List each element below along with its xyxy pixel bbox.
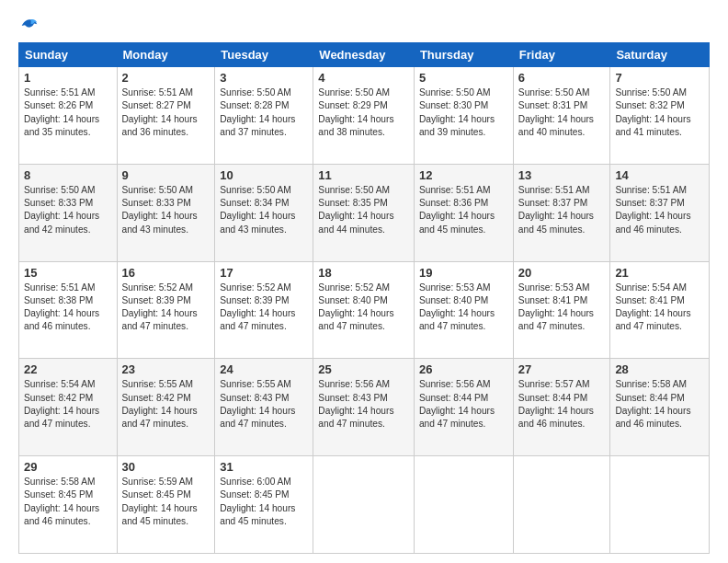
- day-info: Sunrise: 5:56 AMSunset: 8:44 PMDaylight:…: [419, 379, 495, 429]
- day-number: 16: [122, 266, 210, 280]
- calendar-day-cell: 27 Sunrise: 5:57 AMSunset: 8:44 PMDaylig…: [513, 359, 610, 456]
- day-number: 12: [419, 168, 508, 182]
- calendar-day-cell: 17 Sunrise: 5:52 AMSunset: 8:39 PMDaylig…: [215, 261, 313, 359]
- logo-bird-icon: [20, 17, 39, 35]
- page: SundayMondayTuesdayWednesdayThursdayFrid…: [0, 0, 728, 563]
- day-info: Sunrise: 5:50 AMSunset: 8:31 PMDaylight:…: [518, 87, 594, 137]
- header-row: SundayMondayTuesdayWednesdayThursdayFrid…: [19, 43, 710, 67]
- day-info: Sunrise: 5:58 AMSunset: 8:45 PMDaylight:…: [24, 477, 99, 526]
- day-number: 14: [615, 168, 704, 182]
- calendar-day-cell: 16 Sunrise: 5:52 AMSunset: 8:39 PMDaylig…: [117, 261, 215, 359]
- day-info: Sunrise: 5:53 AMSunset: 8:40 PMDaylight:…: [419, 282, 495, 332]
- day-info: Sunrise: 5:54 AMSunset: 8:42 PMDaylight:…: [24, 379, 99, 429]
- day-info: Sunrise: 5:53 AMSunset: 8:41 PMDaylight:…: [518, 282, 594, 332]
- day-number: 28: [615, 362, 704, 376]
- day-number: 3: [220, 71, 308, 85]
- day-number: 17: [220, 266, 308, 280]
- calendar-day-cell: 9 Sunrise: 5:50 AMSunset: 8:33 PMDayligh…: [117, 164, 215, 261]
- calendar-day-cell: 4 Sunrise: 5:50 AMSunset: 8:29 PMDayligh…: [313, 67, 415, 165]
- day-of-week-header: Friday: [513, 43, 610, 67]
- day-number: 22: [24, 362, 112, 376]
- calendar-day-cell: 14 Sunrise: 5:51 AMSunset: 8:37 PMDaylig…: [610, 164, 710, 261]
- calendar-week-row: 8 Sunrise: 5:50 AMSunset: 8:33 PMDayligh…: [19, 164, 710, 261]
- day-number: 26: [419, 362, 508, 376]
- calendar-day-cell: [513, 456, 610, 554]
- day-info: Sunrise: 5:59 AMSunset: 8:45 PMDaylight:…: [122, 477, 198, 526]
- calendar-day-cell: 5 Sunrise: 5:50 AMSunset: 8:30 PMDayligh…: [414, 67, 513, 165]
- day-info: Sunrise: 5:51 AMSunset: 8:37 PMDaylight:…: [615, 185, 690, 235]
- calendar-day-cell: 31 Sunrise: 6:00 AMSunset: 8:45 PMDaylig…: [215, 456, 313, 554]
- day-of-week-header: Tuesday: [215, 43, 313, 67]
- calendar-day-cell: 24 Sunrise: 5:55 AMSunset: 8:43 PMDaylig…: [215, 359, 313, 456]
- calendar-day-cell: 7 Sunrise: 5:50 AMSunset: 8:32 PMDayligh…: [610, 67, 710, 165]
- calendar-day-cell: 2 Sunrise: 5:51 AMSunset: 8:27 PMDayligh…: [117, 67, 215, 165]
- day-info: Sunrise: 5:50 AMSunset: 8:33 PMDaylight:…: [24, 185, 99, 235]
- day-number: 2: [122, 71, 210, 85]
- day-info: Sunrise: 5:51 AMSunset: 8:38 PMDaylight:…: [24, 282, 99, 332]
- day-number: 25: [318, 362, 409, 376]
- day-number: 31: [220, 460, 308, 474]
- calendar-day-cell: 30 Sunrise: 5:59 AMSunset: 8:45 PMDaylig…: [117, 456, 215, 554]
- calendar-day-cell: 21 Sunrise: 5:54 AMSunset: 8:41 PMDaylig…: [610, 261, 710, 359]
- calendar-day-cell: [313, 456, 415, 554]
- calendar-day-cell: 8 Sunrise: 5:50 AMSunset: 8:33 PMDayligh…: [19, 164, 118, 261]
- calendar-day-cell: 12 Sunrise: 5:51 AMSunset: 8:36 PMDaylig…: [414, 164, 513, 261]
- day-info: Sunrise: 5:52 AMSunset: 8:39 PMDaylight:…: [220, 282, 295, 332]
- calendar-week-row: 29 Sunrise: 5:58 AMSunset: 8:45 PMDaylig…: [19, 456, 710, 554]
- day-number: 9: [122, 168, 210, 182]
- day-number: 18: [318, 266, 409, 280]
- day-info: Sunrise: 5:50 AMSunset: 8:35 PMDaylight:…: [318, 185, 393, 235]
- day-info: Sunrise: 5:50 AMSunset: 8:28 PMDaylight:…: [220, 87, 295, 137]
- day-info: Sunrise: 5:50 AMSunset: 8:34 PMDaylight:…: [220, 185, 295, 235]
- day-info: Sunrise: 5:50 AMSunset: 8:29 PMDaylight:…: [318, 87, 393, 137]
- day-of-week-header: Monday: [117, 43, 215, 67]
- day-number: 20: [518, 266, 606, 280]
- calendar-day-cell: 13 Sunrise: 5:51 AMSunset: 8:37 PMDaylig…: [513, 164, 610, 261]
- calendar-week-row: 1 Sunrise: 5:51 AMSunset: 8:26 PMDayligh…: [19, 67, 710, 165]
- calendar-day-cell: 15 Sunrise: 5:51 AMSunset: 8:38 PMDaylig…: [19, 261, 118, 359]
- calendar-day-cell: [414, 456, 513, 554]
- day-info: Sunrise: 5:51 AMSunset: 8:36 PMDaylight:…: [419, 185, 495, 235]
- calendar-day-cell: 6 Sunrise: 5:50 AMSunset: 8:31 PMDayligh…: [513, 67, 610, 165]
- calendar-day-cell: 22 Sunrise: 5:54 AMSunset: 8:42 PMDaylig…: [19, 359, 118, 456]
- day-info: Sunrise: 5:55 AMSunset: 8:42 PMDaylight:…: [122, 379, 198, 429]
- day-info: Sunrise: 6:00 AMSunset: 8:45 PMDaylight:…: [220, 477, 295, 526]
- day-of-week-header: Wednesday: [313, 43, 415, 67]
- calendar-day-cell: 28 Sunrise: 5:58 AMSunset: 8:44 PMDaylig…: [610, 359, 710, 456]
- day-number: 29: [24, 460, 112, 474]
- day-info: Sunrise: 5:56 AMSunset: 8:43 PMDaylight:…: [318, 379, 393, 429]
- day-number: 13: [518, 168, 606, 182]
- calendar-day-cell: 10 Sunrise: 5:50 AMSunset: 8:34 PMDaylig…: [215, 164, 313, 261]
- day-number: 4: [318, 71, 409, 85]
- calendar-day-cell: 11 Sunrise: 5:50 AMSunset: 8:35 PMDaylig…: [313, 164, 415, 261]
- calendar-day-cell: 23 Sunrise: 5:55 AMSunset: 8:42 PMDaylig…: [117, 359, 215, 456]
- day-info: Sunrise: 5:50 AMSunset: 8:30 PMDaylight:…: [419, 87, 495, 137]
- day-info: Sunrise: 5:52 AMSunset: 8:40 PMDaylight:…: [318, 282, 393, 332]
- day-number: 6: [518, 71, 606, 85]
- calendar-day-cell: 29 Sunrise: 5:58 AMSunset: 8:45 PMDaylig…: [19, 456, 118, 554]
- day-info: Sunrise: 5:51 AMSunset: 8:27 PMDaylight:…: [122, 87, 198, 137]
- calendar-week-row: 22 Sunrise: 5:54 AMSunset: 8:42 PMDaylig…: [19, 359, 710, 456]
- day-info: Sunrise: 5:50 AMSunset: 8:33 PMDaylight:…: [122, 185, 198, 235]
- day-number: 1: [24, 71, 112, 85]
- calendar-table: SundayMondayTuesdayWednesdayThursdayFrid…: [18, 42, 710, 554]
- calendar-day-cell: 1 Sunrise: 5:51 AMSunset: 8:26 PMDayligh…: [19, 67, 118, 165]
- calendar-day-cell: [610, 456, 710, 554]
- day-of-week-header: Thursday: [414, 43, 513, 67]
- day-number: 7: [615, 71, 704, 85]
- day-info: Sunrise: 5:50 AMSunset: 8:32 PMDaylight:…: [615, 87, 690, 137]
- day-number: 10: [220, 168, 308, 182]
- day-info: Sunrise: 5:51 AMSunset: 8:26 PMDaylight:…: [24, 87, 99, 137]
- day-info: Sunrise: 5:58 AMSunset: 8:44 PMDaylight:…: [615, 379, 690, 429]
- calendar-day-cell: 26 Sunrise: 5:56 AMSunset: 8:44 PMDaylig…: [414, 359, 513, 456]
- day-of-week-header: Saturday: [610, 43, 710, 67]
- day-number: 27: [518, 362, 606, 376]
- day-number: 8: [24, 168, 112, 182]
- calendar-day-cell: 25 Sunrise: 5:56 AMSunset: 8:43 PMDaylig…: [313, 359, 415, 456]
- day-of-week-header: Sunday: [19, 43, 118, 67]
- day-number: 15: [24, 266, 112, 280]
- day-number: 5: [419, 71, 508, 85]
- calendar-day-cell: 19 Sunrise: 5:53 AMSunset: 8:40 PMDaylig…: [414, 261, 513, 359]
- day-number: 11: [318, 168, 409, 182]
- logo: [18, 17, 39, 35]
